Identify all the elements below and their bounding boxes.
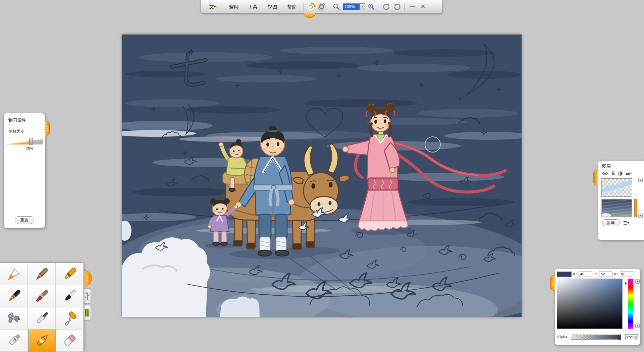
close-button[interactable]: ✕: [418, 2, 428, 11]
color-ring-button[interactable]: [317, 2, 326, 11]
layers-list: [601, 178, 634, 217]
toolbar-separator: [329, 3, 329, 11]
palette-button[interactable]: [307, 2, 316, 11]
texture-strips-button[interactable]: [84, 305, 91, 320]
tool-scraper[interactable]: [28, 330, 56, 352]
tool-fountain-pen[interactable]: [0, 285, 28, 307]
chisel-marker-icon: [61, 266, 78, 283]
cone-pencil-icon: [5, 266, 22, 283]
scraper-panel-handle[interactable]: [45, 121, 50, 136]
lock-icon[interactable]: [611, 171, 615, 176]
texture-strips-icon: [85, 307, 90, 319]
green-input[interactable]: [599, 272, 612, 277]
tool-ink-brush[interactable]: [56, 285, 84, 307]
menu-view[interactable]: 视图: [263, 2, 282, 11]
zoom-out-button[interactable]: [332, 2, 341, 11]
toolbox-drag-handle[interactable]: [84, 270, 92, 286]
color-ring-icon: [317, 2, 326, 11]
saturation-value-picker[interactable]: [557, 279, 623, 329]
menu-help[interactable]: 帮助: [282, 2, 302, 11]
layers-panel-title: 图层: [602, 163, 644, 169]
alpha-value[interactable]: 255: [626, 335, 634, 339]
alpha-label: Alpha: [557, 335, 567, 339]
blend-half-icon[interactable]: [618, 171, 623, 176]
spin-down-icon[interactable]: ▼: [634, 338, 638, 340]
slider-handle[interactable]: [29, 138, 33, 145]
layers-scroll-down[interactable]: ▼: [638, 214, 643, 218]
grip-dots: [309, 15, 310, 16]
grip-dots: [552, 283, 553, 284]
zoom-value[interactable]: 100%: [343, 4, 360, 10]
zoom-dropdown-arrow[interactable]: ▼: [360, 4, 365, 10]
zoom-combo[interactable]: 100% ▼: [343, 3, 365, 10]
canvas-area: [122, 35, 522, 317]
layer-row-sketch[interactable]: [601, 178, 634, 197]
tool-wooden-pen[interactable]: [28, 263, 56, 285]
grip-dots: [596, 177, 597, 178]
eraser-icon: [61, 332, 78, 349]
toolbar-separator: [304, 3, 304, 11]
tool-paint-tube[interactable]: [0, 330, 28, 352]
alpha-slider[interactable]: [571, 335, 621, 340]
red-input[interactable]: [579, 272, 592, 277]
list-menu-icon[interactable]: [626, 171, 632, 176]
brush-size-slider[interactable]: [6, 138, 42, 145]
alpha-handle[interactable]: [618, 335, 621, 340]
zoom-in-button[interactable]: [367, 2, 376, 11]
tool-palette-knife[interactable]: [28, 307, 56, 330]
toolbar-drag-handle[interactable]: [304, 13, 316, 18]
alpha-value-box: 255 ▲ ▼: [625, 334, 638, 340]
layers-scroll-up[interactable]: ▲: [638, 178, 643, 182]
undo-icon: [382, 3, 390, 11]
layer-thumb-sketch[interactable]: [601, 178, 632, 197]
zoom-in-icon: [368, 3, 375, 10]
tool-chisel-marker[interactable]: [56, 263, 84, 285]
brush-toolbox: [0, 263, 84, 352]
toolbar-separator: [379, 3, 379, 11]
color-panel-handle[interactable]: [550, 275, 555, 291]
paintbrush-icon: [33, 288, 50, 305]
selected-layer-bar: [634, 199, 637, 217]
airbrush-icon: [5, 310, 22, 327]
tool-eraser[interactable]: [56, 330, 84, 352]
menu-tools[interactable]: 工具: [243, 2, 263, 11]
red-label: R:: [573, 272, 577, 276]
color-panel-arrow-up[interactable]: ▲: [635, 279, 640, 284]
ink-brush-icon: [61, 288, 78, 305]
layers-bottom-bar: 新建: [602, 219, 644, 226]
bamboo-brush-icon: [85, 290, 90, 302]
tool-paintbrush[interactable]: [28, 285, 56, 307]
layer-thumb-painting[interactable]: [601, 199, 632, 217]
grip-dots: [87, 278, 88, 279]
tool-paint-roller[interactable]: [56, 307, 84, 330]
menu-file[interactable]: 文件: [204, 2, 224, 11]
layer-row-painting[interactable]: [601, 199, 634, 217]
minimize-icon: —: [410, 4, 415, 10]
layers-toolbar: [602, 171, 644, 176]
tool-cone-pencil[interactable]: [0, 263, 28, 285]
wooden-pen-icon: [33, 266, 50, 283]
color-picker-cursor[interactable]: [582, 310, 586, 313]
green-label: G:: [593, 272, 598, 276]
layers-menu-icon[interactable]: [623, 221, 630, 225]
eye-icon[interactable]: [602, 171, 608, 175]
redo-button[interactable]: [393, 2, 401, 11]
blue-input[interactable]: [620, 272, 633, 277]
spin-up-icon[interactable]: ▲: [634, 335, 638, 338]
alpha-spinner[interactable]: ▲ ▼: [634, 335, 638, 340]
layers-panel-handle[interactable]: [593, 170, 598, 185]
brush-size-value: 75%: [4, 146, 45, 151]
new-layer-button[interactable]: 新建: [602, 219, 620, 226]
undo-button[interactable]: [382, 2, 391, 11]
reset-button[interactable]: 重置: [15, 216, 34, 224]
current-color-swatch[interactable]: [557, 272, 572, 277]
color-panel-arrow-down[interactable]: ▼: [635, 324, 640, 328]
tool-airbrush[interactable]: [0, 307, 28, 330]
bamboo-brush-button[interactable]: [84, 288, 91, 304]
blue-label: B:: [614, 272, 618, 276]
grip-dots: [47, 128, 48, 129]
minimize-button[interactable]: —: [407, 2, 417, 11]
menu-edit[interactable]: 编辑: [224, 2, 243, 11]
hue-bar[interactable]: [628, 279, 633, 329]
canvas-artwork[interactable]: [122, 35, 522, 317]
